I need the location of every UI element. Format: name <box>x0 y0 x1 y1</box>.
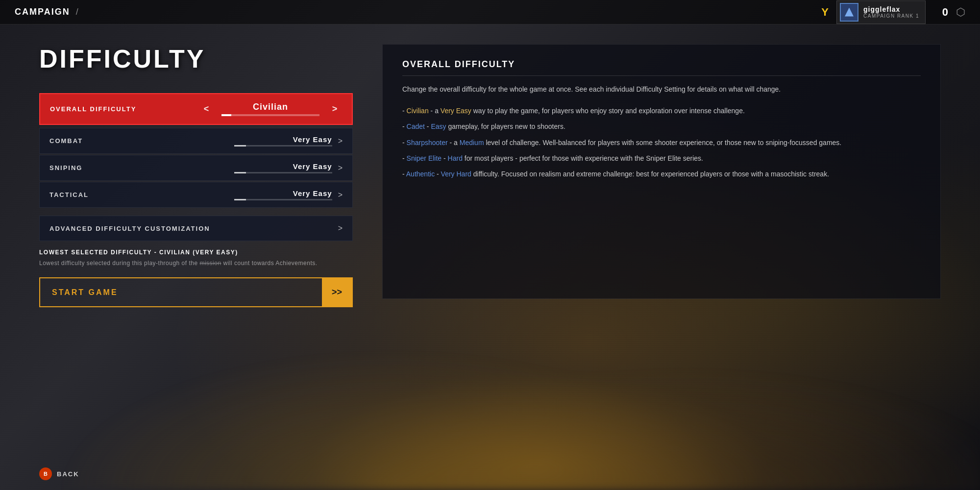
info-panel: OVERALL DIFFICULTY Change the overall di… <box>382 44 941 299</box>
overall-difficulty-inner: OVERALL DIFFICULTY < Civilian > <box>40 94 352 124</box>
overall-difficulty-label: OVERALL DIFFICULTY <box>50 105 191 113</box>
start-game-button[interactable]: START GAME >> <box>39 277 353 307</box>
lowest-difficulty-title: LOWEST SELECTED DIFFICULTY - CIVILIAN (V… <box>39 249 353 256</box>
avatar <box>840 3 858 22</box>
sniper-elite-link: Sniper Elite <box>407 154 442 162</box>
back-button[interactable]: B BACK <box>39 467 79 480</box>
currency-icon: Y <box>821 6 829 19</box>
advanced-arrow: > <box>338 224 343 233</box>
sniping-arrow: > <box>338 164 343 172</box>
tactical-arrow: > <box>338 191 343 199</box>
info-panel-desc: Change the overall difficulty for the wh… <box>402 84 921 96</box>
sniping-value: Very Easy <box>293 162 332 171</box>
lowest-difficulty-info: LOWEST SELECTED DIFFICULTY - CIVILIAN (V… <box>39 249 353 268</box>
player-name: giggleflax <box>863 5 919 13</box>
sniping-label: SNIPING <box>49 164 224 172</box>
info-list-item-sharpshooter: Sharpshooter - a Medium level of challen… <box>402 137 921 148</box>
info-list-item-civilian: Civilian - a Very Easy way to play the g… <box>402 105 921 116</box>
breadcrumb-area: CAMPAIGN / <box>15 7 78 17</box>
back-button-circle: B <box>39 467 52 480</box>
authentic-link: Authentic <box>406 170 435 178</box>
mission-strikethrough: mission <box>199 260 221 267</box>
combat-label: COMBAT <box>49 137 224 145</box>
start-game-label: START GAME <box>40 279 322 306</box>
tactical-value: Very Easy <box>293 189 332 197</box>
easy-link: Easy <box>431 122 446 130</box>
sniping-bar-fill <box>234 172 246 173</box>
difficulty-arrow-left[interactable]: < <box>199 104 214 114</box>
start-game-icon: >> <box>322 278 352 306</box>
tactical-right: Very Easy <box>224 189 332 200</box>
tactical-row[interactable]: TACTICAL Very Easy > <box>39 182 353 208</box>
back-button-label: BACK <box>57 470 79 478</box>
overall-difficulty-bar-fill <box>221 114 231 116</box>
info-list-item-sniper-elite: Sniper Elite - Hard for most players - p… <box>402 153 921 164</box>
score-display: 0 <box>933 6 948 19</box>
lowest-difficulty-desc: Lowest difficulty selected during this p… <box>39 259 353 268</box>
topbar: CAMPAIGN / Y giggleflax CAMPAIGN RANK 1 … <box>0 0 980 24</box>
info-panel-title: OVERALL DIFFICULTY <box>402 59 921 76</box>
overall-difficulty-bar <box>221 114 319 116</box>
player-rank: CAMPAIGN RANK 1 <box>863 13 919 19</box>
hard-link: Hard <box>448 154 463 162</box>
cadet-link: Cadet <box>407 122 425 130</box>
info-list-item-cadet: Cadet - Easy gameplay, for players new t… <box>402 121 921 132</box>
very-easy-link: Very Easy <box>441 107 471 115</box>
topbar-right: Y giggleflax CAMPAIGN RANK 1 0 ⬡ <box>821 0 965 24</box>
difficulty-arrow-right[interactable]: > <box>327 104 342 114</box>
main-content: DIFFICULTY OVERALL DIFFICULTY < Civilian… <box>0 24 980 490</box>
left-panel: DIFFICULTY OVERALL DIFFICULTY < Civilian… <box>39 44 353 470</box>
info-list-item-authentic: Authentic - Very Hard difficulty. Focuse… <box>402 169 921 179</box>
sniping-row[interactable]: SNIPING Very Easy > <box>39 155 353 181</box>
advanced-label: ADVANCED DIFFICULTY CUSTOMIZATION <box>49 225 338 232</box>
civilian-link: Civilian <box>407 107 429 115</box>
tactical-bar-fill <box>234 199 246 200</box>
tactical-label: TACTICAL <box>49 191 224 198</box>
difficulty-value-text: Civilian <box>253 102 288 112</box>
player-info: giggleflax CAMPAIGN RANK 1 <box>863 5 919 19</box>
combat-row[interactable]: COMBAT Very Easy > <box>39 128 353 154</box>
breadcrumb-slash: / <box>76 7 78 17</box>
combat-bar-fill <box>234 145 246 147</box>
breadcrumb: CAMPAIGN <box>15 7 70 17</box>
coin-icon: ⬡ <box>956 6 965 19</box>
medium-link: Medium <box>460 139 484 147</box>
overall-difficulty-box: OVERALL DIFFICULTY < Civilian > <box>39 93 353 125</box>
very-hard-link: Very Hard <box>441 170 471 178</box>
page-title: DIFFICULTY <box>39 44 353 74</box>
sniping-bar <box>234 172 332 173</box>
player-card: giggleflax CAMPAIGN RANK 1 <box>836 0 926 24</box>
back-button-circle-label: B <box>44 471 48 477</box>
advanced-customization-row[interactable]: ADVANCED DIFFICULTY CUSTOMIZATION > <box>39 216 353 241</box>
combat-right: Very Easy <box>224 135 332 147</box>
combat-bar <box>234 145 332 147</box>
combat-arrow: > <box>338 137 343 146</box>
sniping-right: Very Easy <box>224 162 332 173</box>
difficulty-value-container: Civilian <box>221 102 319 116</box>
info-list: Civilian - a Very Easy way to play the g… <box>402 105 921 180</box>
sharpshooter-link: Sharpshooter <box>407 139 448 147</box>
combat-value: Very Easy <box>293 135 332 144</box>
tactical-bar <box>234 199 332 200</box>
